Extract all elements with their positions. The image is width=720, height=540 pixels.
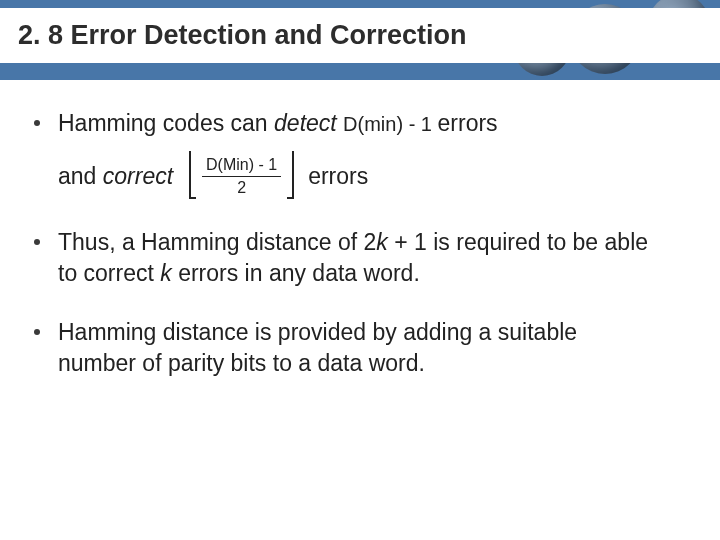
b1-correct: correct [103, 163, 173, 189]
header-overlay: 2. 8 Error Detection and Correction [0, 8, 720, 63]
bullet-2-text: Thus, a Hamming distance of 2k + 1 is re… [58, 227, 658, 289]
floor-right-icon [287, 153, 294, 199]
slide-title: 2. 8 Error Detection and Correction [0, 20, 467, 51]
floor-fraction: D(Min) - 1 2 [189, 153, 294, 199]
b1-formula-detect: D(min) - 1 [343, 113, 437, 135]
floor-left-icon [189, 153, 196, 199]
bullet-2: Thus, a Hamming distance of 2k + 1 is re… [34, 227, 686, 289]
fraction-denominator: 2 [237, 177, 246, 197]
bullet-3-text: Hamming distance is provided by adding a… [58, 317, 658, 379]
b1-post1: errors [438, 110, 498, 136]
fraction-numerator: D(Min) - 1 [202, 155, 281, 176]
header-band: 2. 8 Error Detection and Correction [0, 0, 720, 80]
b2-k1: k [376, 229, 388, 255]
b1-pre: Hamming codes can [58, 110, 274, 136]
bullet-dot-icon [34, 239, 40, 245]
b2-k2: k [160, 260, 172, 286]
bullet-3: Hamming distance is provided by adding a… [34, 317, 686, 379]
b1-detect: detect [274, 110, 337, 136]
slide-content: Hamming codes can detect D(min) - 1 erro… [0, 80, 720, 379]
bullet-dot-icon [34, 120, 40, 126]
bullet-1-text: Hamming codes can detect D(min) - 1 erro… [58, 108, 498, 199]
bullet-1: Hamming codes can detect D(min) - 1 erro… [34, 108, 686, 199]
bullet-dot-icon [34, 329, 40, 335]
b1-line2-pre: and [58, 163, 103, 189]
b1-line2-post: errors [308, 161, 368, 192]
b2-t1: Thus, a Hamming distance of 2 [58, 229, 376, 255]
b2-t3: errors in any data word. [172, 260, 420, 286]
